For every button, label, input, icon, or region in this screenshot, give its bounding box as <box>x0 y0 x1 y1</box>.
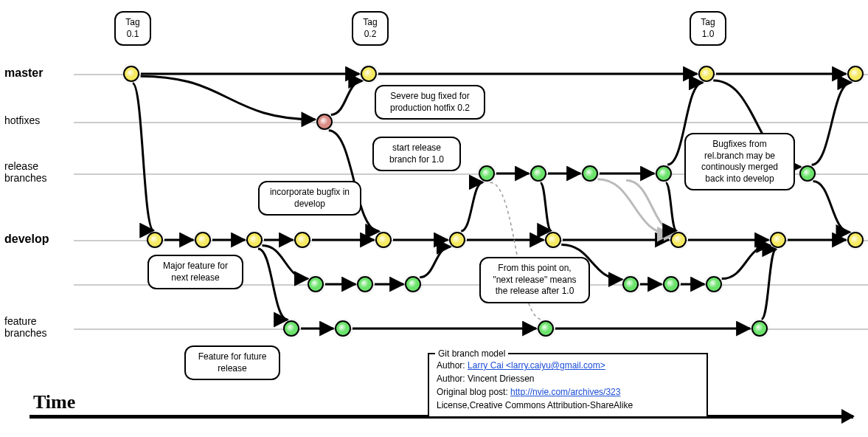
arrow-m1-h1 <box>141 76 316 120</box>
commit-d7 <box>545 232 561 248</box>
lane-line-feat2 <box>74 328 868 330</box>
commit-fa3 <box>405 276 421 292</box>
commit-d8 <box>670 232 687 248</box>
arrow-d3-fa1 <box>263 246 308 279</box>
arrow-fg3-d9 <box>722 245 771 278</box>
arrow-r5-d10 <box>813 182 850 233</box>
commit-fg2 <box>663 276 679 292</box>
commit-d4 <box>294 232 310 248</box>
commit-r5 <box>799 165 816 182</box>
arrow-d6-r1 <box>461 182 482 231</box>
tag-0-2: Tag 0.2 <box>352 11 389 46</box>
bubble-futurefeat: Feature for future release <box>184 345 280 380</box>
lane-label-hotfixes: hotfixes <box>4 114 40 126</box>
commit-r3 <box>582 165 598 182</box>
commit-m4 <box>847 66 864 82</box>
commit-r2 <box>530 165 546 182</box>
arrow-r5-m4 <box>812 83 852 165</box>
commit-d6 <box>449 232 465 248</box>
commit-fa2 <box>357 276 373 292</box>
lane-label-feat2: feature branches <box>4 315 47 339</box>
arrow-r2-d7 <box>541 183 551 231</box>
bubble-startrel: start release branch for 1.0 <box>372 137 461 171</box>
legend-box: Git branch model Author: Larry Cai <larr… <box>428 353 708 418</box>
blog-link[interactable]: http://nvie.com/archives/323 <box>510 387 620 397</box>
lane-line-develop <box>74 240 868 241</box>
lane-label-master: master <box>4 66 43 80</box>
bubble-severe: Severe bug fixed for production hotfix 0… <box>375 85 485 120</box>
commit-d1 <box>147 232 163 248</box>
commit-d9 <box>770 232 786 248</box>
commit-fa1 <box>308 276 324 292</box>
commit-fb4 <box>751 320 768 337</box>
bubble-majorfeat: Major feature for next release <box>147 255 243 289</box>
lane-line-master <box>74 74 868 75</box>
commit-d5 <box>375 232 392 248</box>
bubble-incbugfix: incorporate bugfix in develop <box>258 181 361 216</box>
bubble-nextrel: From this point on, "next release" means… <box>479 257 590 303</box>
commit-fg1 <box>622 276 639 292</box>
tag-1-0: Tag 1.0 <box>690 11 726 46</box>
bubble-bugfixrel: Bugfixes from rel.branch may be continou… <box>684 133 795 190</box>
arrow-m1-d1 <box>133 83 153 230</box>
arrow-r3-d8 <box>597 179 670 234</box>
commit-d3 <box>246 232 263 248</box>
arrow-r4-d8 <box>666 183 676 231</box>
commit-fb2 <box>335 320 351 337</box>
lane-line-hotfixes <box>74 122 868 123</box>
commit-d2 <box>195 232 211 248</box>
lane-label-develop: develop <box>4 233 49 246</box>
time-label: Time <box>33 391 75 413</box>
tag-0-1: Tag 0.1 <box>114 11 151 46</box>
legend-title: Git branch model <box>435 347 508 360</box>
commit-d10 <box>847 232 864 248</box>
lane-label-release: release branches <box>4 160 47 184</box>
arrow-h1-m2 <box>331 81 362 115</box>
commit-r4 <box>656 165 672 182</box>
commit-fb1 <box>283 320 299 337</box>
commit-m1 <box>123 66 139 82</box>
commit-fg3 <box>706 276 722 292</box>
commit-h1 <box>316 114 333 130</box>
commit-m2 <box>361 66 377 82</box>
commit-fb3 <box>538 320 554 337</box>
commit-m3 <box>698 66 715 82</box>
arrow-fa3-d6 <box>420 247 451 278</box>
author-link[interactable]: Larry Cai <larry.caiyu@gmail.com> <box>468 360 605 371</box>
arrow-r3-d8 <box>626 180 678 233</box>
commit-r1 <box>479 165 495 182</box>
